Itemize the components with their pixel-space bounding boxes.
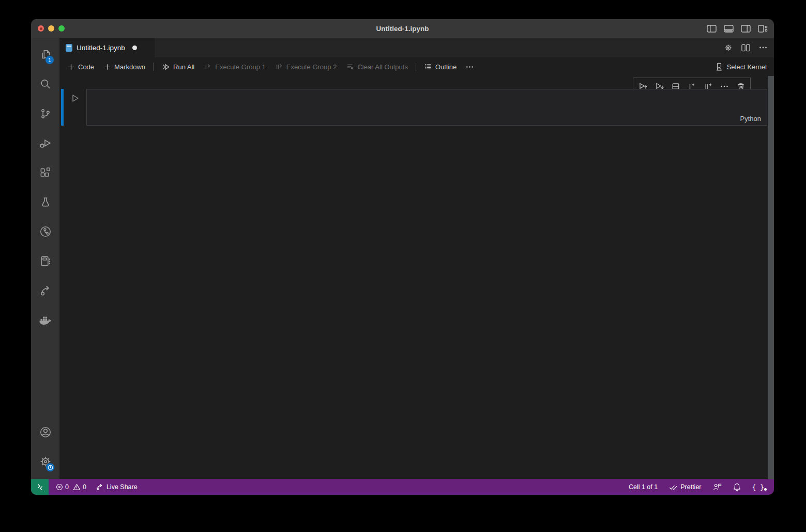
notebook-icon	[39, 254, 52, 268]
live-share-label: Live Share	[107, 483, 138, 491]
tab-bar: Untitled-1.ipynb	[59, 38, 774, 57]
cell-language-picker[interactable]: Python	[740, 115, 761, 123]
notebook-editor: Python	[59, 76, 774, 479]
execute-group-2-button[interactable]: Execute Group 2	[270, 63, 342, 71]
notifications-bell[interactable]	[729, 479, 744, 495]
sidebar-item-docker[interactable]	[31, 305, 59, 335]
run-cell-button[interactable]	[70, 93, 80, 103]
error-count: 0	[65, 483, 69, 491]
activity-bar: 1	[31, 38, 59, 479]
layout-controls	[707, 25, 774, 33]
add-code-label: Code	[78, 63, 94, 71]
outline-button[interactable]: Outline	[419, 63, 461, 71]
explorer-badge: 1	[45, 55, 54, 65]
toolbar-more-actions[interactable]	[461, 63, 478, 71]
clear-all-outputs-label: Clear All Outputs	[357, 63, 408, 71]
execute-group-2-label: Execute Group 2	[286, 63, 337, 71]
sidebar-item-testing[interactable]	[31, 187, 59, 217]
minimize-button[interactable]	[48, 25, 54, 32]
outline-label: Outline	[435, 63, 457, 71]
error-icon	[56, 483, 63, 491]
add-markdown-label: Markdown	[114, 63, 145, 71]
vscode-window: Untitled-1.ipynb	[31, 19, 774, 495]
toggle-primary-sidebar-icon[interactable]	[707, 25, 717, 33]
toolbar-separator	[416, 63, 416, 71]
problems-status[interactable]: 0 0	[52, 479, 92, 495]
debug-icon	[39, 136, 52, 150]
kernel-icon	[714, 62, 723, 71]
editor-actions	[724, 38, 774, 57]
cell-code-editor[interactable]: Python	[86, 89, 767, 126]
cell-focus-bar	[61, 89, 64, 126]
execute-group-1-label: Execute Group 1	[215, 63, 266, 71]
activity-bar-bottom	[31, 417, 59, 476]
docker-icon	[38, 313, 52, 327]
settings-button[interactable]	[31, 447, 59, 476]
prettier-status[interactable]: Prettier	[665, 479, 705, 495]
run-all-icon	[161, 63, 170, 71]
sidebar-item-jupyter[interactable]	[31, 246, 59, 276]
tab-label: Untitled-1.ipynb	[77, 44, 125, 52]
settings-sync-clock-badge	[45, 463, 55, 472]
bell-icon	[733, 483, 741, 491]
feedback-button[interactable]	[709, 479, 725, 495]
notebook-toolbar: Code Markdown Run All Execute Group 1	[59, 57, 774, 76]
sidebar-item-search[interactable]	[31, 69, 59, 99]
title-bar: Untitled-1.ipynb	[31, 19, 774, 38]
window-title: Untitled-1.ipynb	[376, 25, 429, 33]
activity-bar-top: 1	[31, 40, 59, 335]
double-check-icon	[669, 483, 678, 491]
person-flag-icon	[713, 483, 722, 491]
sidebar-item-source-control[interactable]	[31, 99, 59, 128]
execute-group-1-button[interactable]: Execute Group 1	[199, 63, 270, 71]
execute-group-1-icon	[204, 63, 212, 71]
add-code-cell-button[interactable]: Code	[63, 63, 99, 71]
configure-notebook-gear-icon[interactable]	[724, 43, 733, 52]
outline-list-icon	[424, 63, 432, 71]
status-bar-right: Cell 1 of 1 Prettier { }	[625, 479, 774, 495]
accounts-button[interactable]	[31, 417, 59, 447]
status-bar: 0 0 Live Share Cell 1 of 1 Prettier	[31, 479, 774, 495]
toolbar-separator	[153, 63, 154, 71]
toggle-panel-icon[interactable]	[724, 25, 734, 33]
close-button[interactable]	[38, 25, 44, 32]
select-kernel-label: Select Kernel	[727, 63, 767, 71]
braces-icon: { }	[752, 483, 766, 491]
editor-area: Untitled-1.ipynb	[59, 38, 774, 479]
search-icon	[39, 78, 52, 91]
notebook-scrollbar[interactable]	[768, 76, 774, 479]
run-all-label: Run All	[173, 63, 194, 71]
execute-group-2-icon	[275, 63, 283, 71]
source-control-icon	[39, 107, 52, 120]
more-actions-icon[interactable]	[759, 43, 767, 52]
clear-all-outputs-button[interactable]: Clear All Outputs	[341, 63, 413, 71]
clear-outputs-icon	[346, 63, 354, 71]
sidebar-item-extensions[interactable]	[31, 158, 59, 187]
language-status[interactable]: { }	[749, 479, 770, 495]
sidebar-item-run-and-debug[interactable]	[31, 128, 59, 158]
customize-layout-icon[interactable]	[758, 25, 768, 33]
remote-icon	[36, 483, 44, 491]
cell-indicator[interactable]: Cell 1 of 1	[625, 479, 661, 495]
zoom-button[interactable]	[58, 25, 65, 32]
live-share-status[interactable]: Live Share	[92, 479, 141, 495]
ellipsis-icon	[466, 63, 474, 71]
remote-indicator[interactable]	[31, 479, 49, 495]
live-share-icon	[96, 483, 104, 491]
plus-icon	[67, 63, 75, 71]
modified-dot-icon	[132, 45, 137, 50]
toggle-secondary-sidebar-icon[interactable]	[741, 25, 751, 33]
tab-untitled-1-ipynb[interactable]: Untitled-1.ipynb	[59, 38, 155, 57]
select-kernel-button[interactable]: Select Kernel	[714, 62, 774, 71]
sidebar-item-explorer[interactable]: 1	[31, 40, 59, 69]
git-graph-icon	[39, 225, 52, 238]
run-all-button[interactable]: Run All	[157, 63, 199, 71]
ipynb-file-icon	[66, 44, 72, 52]
sidebar-item-git-graph[interactable]	[31, 217, 59, 246]
add-markdown-cell-button[interactable]: Markdown	[99, 63, 150, 71]
account-icon	[39, 425, 52, 439]
split-editor-icon[interactable]	[741, 44, 750, 52]
traffic-lights	[31, 25, 65, 32]
sidebar-item-live-share[interactable]	[31, 276, 59, 305]
main-area: 1	[31, 38, 774, 479]
